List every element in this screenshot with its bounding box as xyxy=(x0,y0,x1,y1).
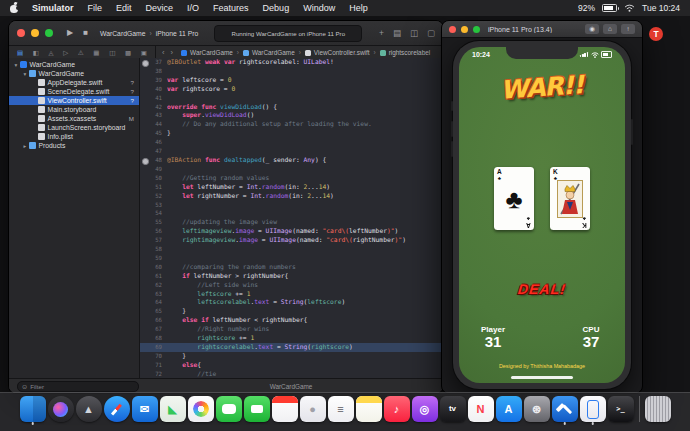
line-number[interactable]: 37 xyxy=(140,58,167,67)
filter-field[interactable]: ⊙ Filter xyxy=(17,381,139,392)
code-line-45[interactable]: 45} xyxy=(140,129,443,138)
line-number[interactable]: 57 xyxy=(140,236,167,245)
navigator-tab-project[interactable]: ▤ xyxy=(17,49,23,57)
menu-item-window[interactable]: Window xyxy=(296,3,342,13)
line-number[interactable]: 70 xyxy=(140,352,167,361)
code-line-65[interactable]: 65 } xyxy=(140,307,443,316)
code-line-54[interactable]: 54 xyxy=(140,209,443,218)
disclosure-triangle[interactable]: ▾ xyxy=(12,62,20,68)
zoom-button[interactable] xyxy=(45,29,53,37)
line-number[interactable]: 64 xyxy=(140,298,167,307)
navigator-tab-source-control[interactable]: ◧ xyxy=(33,49,39,57)
code-line-63[interactable]: 63 leftscore += 1 xyxy=(140,290,443,299)
code-line-46[interactable]: 46 xyxy=(140,138,443,147)
line-number[interactable]: 52 xyxy=(140,192,167,201)
menu-item-simulator[interactable]: Simulator xyxy=(25,3,81,13)
code-line-55[interactable]: 55 //updating the image view xyxy=(140,218,443,227)
run-button[interactable]: ▶ xyxy=(65,29,75,37)
menu-item-i-o[interactable]: I/O xyxy=(180,3,206,13)
navigator-row-warcardgame[interactable]: ▾WarCardGame xyxy=(9,60,139,69)
line-number[interactable]: 65 xyxy=(140,307,167,316)
share-button[interactable]: ↑ xyxy=(621,24,635,34)
code-line-41[interactable]: 41 xyxy=(140,94,443,103)
menu-item-edit[interactable]: Edit xyxy=(109,3,139,13)
code-line-50[interactable]: 50 //Getting random values xyxy=(140,174,443,183)
navigator-row-products[interactable]: ▸Products xyxy=(9,141,139,150)
dock-icon-podcasts[interactable]: ◎ xyxy=(412,396,438,422)
dock-icon-photos[interactable] xyxy=(188,396,214,422)
line-number[interactable]: 66 xyxy=(140,316,167,325)
code-line-42[interactable]: 42override func viewDidLoad() { xyxy=(140,103,443,112)
line-number[interactable]: 60 xyxy=(140,263,167,272)
code-line-57[interactable]: 57 rightimageview.image = UIImage(named:… xyxy=(140,236,443,245)
code-line-51[interactable]: 51 let leftNumber = Int.random(in: 2...1… xyxy=(140,183,443,192)
dock-icon-settings[interactable]: ⊛ xyxy=(524,396,550,422)
code-line-62[interactable]: 62 //Left side wins xyxy=(140,281,443,290)
dock-icon-contacts[interactable]: ● xyxy=(300,396,326,422)
menu-item-device[interactable]: Device xyxy=(139,3,181,13)
deal-button[interactable]: DEAL! xyxy=(459,281,625,297)
navigator-tab-tests[interactable]: ▦ xyxy=(93,49,99,57)
line-number[interactable]: 48 xyxy=(140,156,167,165)
minimize-button[interactable] xyxy=(461,26,468,33)
code-line-68[interactable]: 68 rightscore += 1 xyxy=(140,334,443,343)
navigator-tab-breakpoints[interactable]: ▩ xyxy=(125,49,131,57)
line-number[interactable]: 39 xyxy=(140,76,167,85)
add-editor-icon[interactable]: ◫ xyxy=(410,28,418,38)
navigator-row-viewcontroller-swift[interactable]: ViewController.swift? xyxy=(9,96,139,105)
line-number[interactable]: 58 xyxy=(140,245,167,254)
line-number[interactable]: 69 xyxy=(140,343,167,352)
stop-button[interactable]: ■ xyxy=(81,29,90,37)
minimize-button[interactable] xyxy=(31,29,39,37)
editor-options-icon[interactable]: ▤ xyxy=(393,28,401,38)
dock-icon-trash[interactable] xyxy=(645,396,671,422)
navigator-tab-reports[interactable]: ▣ xyxy=(141,49,147,57)
code-line-66[interactable]: 66 else if leftNumber < rightNumber{ xyxy=(140,316,443,325)
navigator-tab-find[interactable]: ▷ xyxy=(63,49,68,57)
dock-icon-calendar[interactable] xyxy=(272,396,298,422)
close-button[interactable] xyxy=(17,29,25,37)
code-line-48[interactable]: 48@IBAction func dealtapped(_ sender: An… xyxy=(140,156,443,165)
line-number[interactable]: 71 xyxy=(140,361,167,370)
navigator-row-info-plist[interactable]: Info.plist xyxy=(9,132,139,141)
code-line-43[interactable]: 43 super.viewDidLoad() xyxy=(140,111,443,120)
menu-item-file[interactable]: File xyxy=(81,3,110,13)
navigator-tab-debug[interactable]: ◫ xyxy=(109,49,115,57)
code-line-67[interactable]: 67 //Right number wins xyxy=(140,325,443,334)
code-line-56[interactable]: 56 leftimageview.image = UIImage(named: … xyxy=(140,227,443,236)
dock-icon-messages[interactable] xyxy=(216,396,242,422)
code-line-47[interactable]: 47 xyxy=(140,147,443,156)
wifi-icon[interactable] xyxy=(624,4,635,12)
dock-icon-terminal[interactable]: >_ xyxy=(608,396,634,422)
line-number[interactable]: 43 xyxy=(140,111,167,120)
navigator-row-scenedelegate-swift[interactable]: SceneDelegate.swift? xyxy=(9,87,139,96)
line-number[interactable]: 45 xyxy=(140,129,167,138)
dock-icon-finder[interactable] xyxy=(20,396,46,422)
line-number[interactable]: 62 xyxy=(140,281,167,290)
breadcrumb-item-rightscorelabel[interactable]: rightscorelabel xyxy=(380,49,431,56)
scheme-selector[interactable]: WarCardGame › iPhone 11 Pro xyxy=(100,30,198,37)
code-line-61[interactable]: 61 if leftNumber > rightNumber{ xyxy=(140,272,443,281)
connection-indicator[interactable] xyxy=(142,158,149,165)
screenshot-button[interactable]: ◉ xyxy=(585,24,599,34)
code-line-53[interactable]: 53 xyxy=(140,201,443,210)
library-plus-icon[interactable]: + xyxy=(379,28,384,38)
navigator-tab-symbols[interactable]: ◬ xyxy=(49,49,54,57)
line-number[interactable]: 54 xyxy=(140,209,167,218)
dock-icon-siri[interactable] xyxy=(48,396,74,422)
dock-icon-safari[interactable] xyxy=(104,396,130,422)
dock-icon-facetime[interactable] xyxy=(244,396,270,422)
dock-icon-news[interactable]: N xyxy=(468,396,494,422)
line-number[interactable]: 42 xyxy=(140,103,167,112)
dock-icon-maps[interactable]: ◣ xyxy=(160,396,186,422)
code-line-60[interactable]: 60 //comparing the random numbers xyxy=(140,263,443,272)
breadcrumb-item-viewcontroller-swift[interactable]: ViewController.swift xyxy=(305,49,370,56)
code-line-59[interactable]: 59 xyxy=(140,254,443,263)
simulator-screen[interactable]: 10:24 WAR!! xyxy=(459,47,625,383)
code-line-70[interactable]: 70 } xyxy=(140,352,443,361)
navigator-row-appdelegate-swift[interactable]: AppDelegate.swift? xyxy=(9,78,139,87)
code-line-71[interactable]: 71 else{ xyxy=(140,361,443,370)
zoom-button[interactable] xyxy=(473,26,480,33)
breadcrumb-item-warcardgame[interactable]: WarCardGame xyxy=(181,49,233,56)
breadcrumb-item-warcardgame[interactable]: WarCardGame xyxy=(243,49,295,56)
